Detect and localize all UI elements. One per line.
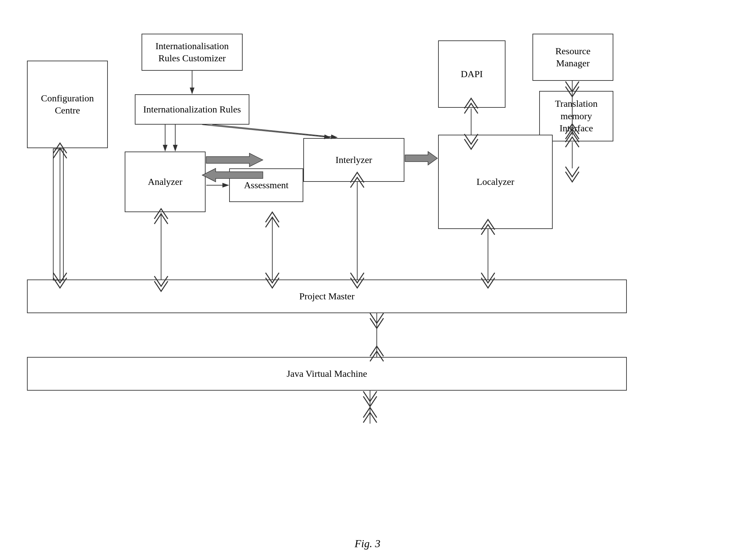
interlyzer-label: Interlyzer [336, 154, 372, 166]
svg-marker-7 [206, 153, 263, 167]
dapi-box: DAPI [438, 40, 506, 108]
svg-marker-11 [53, 149, 63, 280]
interlyzer-box: Interlyzer [303, 138, 404, 182]
resource-manager-label: ResourceManager [555, 45, 590, 70]
intl-rules-customizer-box: InternationalisationRules Customizer [142, 34, 243, 71]
java-vm-box: Java Virtual Machine [27, 357, 627, 391]
localyzer-label: Localyzer [477, 176, 514, 188]
assessment-box: Assessment [229, 168, 303, 202]
figure-label: Fig. 3 [355, 537, 380, 550]
analyzer-box: Analyzer [125, 152, 206, 212]
project-master-box: Project Master [27, 279, 627, 313]
config-centre-box: ConfigurationCentre [27, 61, 108, 148]
assessment-label: Assessment [244, 179, 288, 191]
svg-line-6 [212, 125, 337, 137]
intl-rules-label: Internationalization Rules [143, 103, 241, 116]
analyzer-label: Analyzer [148, 176, 183, 188]
config-centre-label: ConfigurationCentre [41, 92, 94, 117]
svg-line-5 [202, 125, 330, 137]
intl-rules-customizer-label: InternationalisationRules Customizer [155, 40, 229, 65]
localyzer-box: Localyzer [438, 135, 553, 229]
java-vm-label: Java Virtual Machine [287, 368, 367, 380]
svg-marker-9 [405, 152, 437, 165]
diagram-container: ConfigurationCentre Internationalisation… [13, 13, 722, 533]
dapi-label: DAPI [461, 68, 483, 80]
resource-manager-box: ResourceManager [532, 34, 613, 81]
intl-rules-box: Internationalization Rules [135, 94, 249, 125]
arrows-svg [13, 13, 722, 533]
translation-memory-label: TranslationmemoryInterface [555, 98, 598, 134]
project-master-label: Project Master [299, 290, 355, 302]
translation-memory-box: TranslationmemoryInterface [539, 91, 613, 141]
